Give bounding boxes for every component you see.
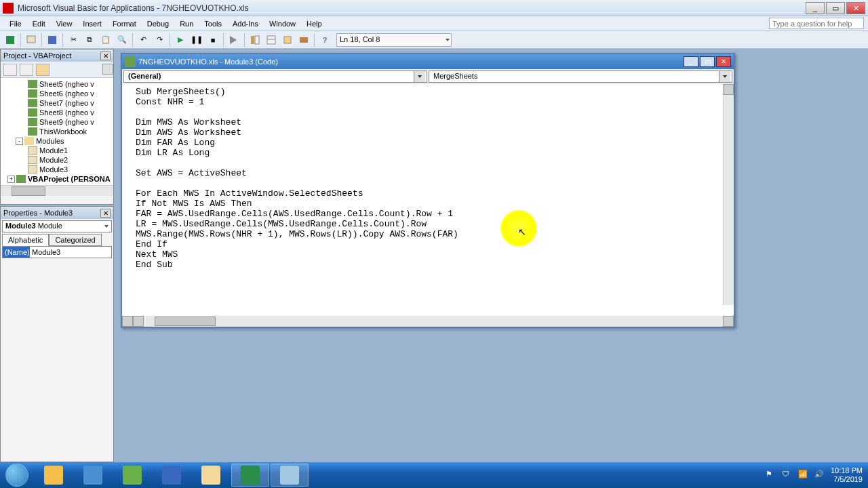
minimize-button[interactable]: _ xyxy=(806,2,825,14)
menu-help[interactable]: Help xyxy=(301,18,328,29)
insert-module-icon[interactable] xyxy=(24,33,39,47)
project-panel-title: Project - VBAProject ✕ xyxy=(1,49,113,62)
shield-icon[interactable]: 🛡 xyxy=(782,470,793,481)
start-button[interactable] xyxy=(0,462,34,488)
project-toolbar xyxy=(1,62,113,78)
system-tray[interactable]: ⚑ 🛡 📶 🔊 10:18 PM 7/5/2019 xyxy=(760,466,868,484)
taskbar-app-notepad[interactable] xyxy=(271,464,309,487)
code-minimize-button[interactable]: _ xyxy=(684,56,698,67)
flag-icon[interactable]: ⚑ xyxy=(766,470,776,481)
close-button[interactable]: ✕ xyxy=(846,2,865,14)
paste-icon[interactable]: 📋 xyxy=(98,33,113,47)
copy-icon[interactable]: ⧉ xyxy=(82,33,97,47)
break-icon[interactable]: ❚❚ xyxy=(189,33,204,47)
taskbar-app-chrome[interactable] xyxy=(35,464,73,487)
props-object-combo[interactable]: Module3 Module xyxy=(2,220,112,232)
toggle-folders-icon[interactable] xyxy=(36,64,50,76)
menu-file[interactable]: File xyxy=(4,18,27,29)
tab-categorized[interactable]: Categorized xyxy=(49,234,101,246)
help-icon[interactable]: ? xyxy=(317,33,332,47)
undo-icon[interactable]: ↶ xyxy=(136,33,151,47)
redo-icon[interactable]: ↷ xyxy=(152,33,167,47)
view-code-icon[interactable] xyxy=(3,64,17,76)
code-maximize-button[interactable]: ▭ xyxy=(700,56,715,67)
svg-rect-5 xyxy=(255,36,259,44)
properties-icon[interactable] xyxy=(264,33,279,47)
code-window-title: 7NGHEOVUOTKHO.xls - Module3 (Code) xyxy=(138,58,278,66)
scroll-up-icon[interactable] xyxy=(724,84,734,95)
find-icon[interactable]: 🔍 xyxy=(115,33,130,47)
tree-item[interactable]: Module1 xyxy=(2,146,112,155)
design-mode-icon[interactable] xyxy=(226,33,241,47)
run-icon[interactable]: ▶ xyxy=(173,33,188,47)
taskbar-app-excel[interactable] xyxy=(231,464,269,487)
app-title: Microsoft Visual Basic for Applications … xyxy=(18,3,806,13)
code-editor[interactable]: Sub MergeSheets() Const NHR = 1 Dim MWS … xyxy=(122,84,734,316)
help-search[interactable] xyxy=(769,18,864,29)
menu-view[interactable]: View xyxy=(51,18,78,29)
volume-icon[interactable]: 🔊 xyxy=(814,470,825,481)
tree-item[interactable]: Sheet8 (ngheo v xyxy=(2,108,112,117)
tree-item[interactable]: +VBAProject (PERSONA xyxy=(2,174,112,184)
object-combo[interactable]: (General) xyxy=(123,70,427,83)
full-module-view-icon[interactable] xyxy=(133,316,144,327)
svg-marker-3 xyxy=(230,36,237,44)
cut-icon[interactable]: ✂ xyxy=(66,33,81,47)
tab-alphabetic[interactable]: Alphabetic xyxy=(2,234,49,246)
project-explorer: Project - VBAProject ✕ Sheet5 (ngheo vSh… xyxy=(0,49,114,205)
scroll-right-icon[interactable] xyxy=(723,316,734,327)
save-icon[interactable] xyxy=(45,33,60,47)
menu-format[interactable]: Format xyxy=(107,18,142,29)
titlebar: Microsoft Visual Basic for Applications … xyxy=(0,0,868,16)
view-excel-icon[interactable] xyxy=(3,33,18,47)
scroll-up-icon[interactable] xyxy=(102,64,113,75)
code-text[interactable]: Sub MergeSheets() Const NHR = 1 Dim MWS … xyxy=(122,84,734,272)
props-close-button[interactable]: ✕ xyxy=(100,209,111,218)
code-hscrollbar[interactable] xyxy=(144,316,723,327)
view-object-icon[interactable] xyxy=(20,64,33,76)
tree-item[interactable]: Sheet9 (ngheo v xyxy=(2,117,112,127)
menu-edit[interactable]: Edit xyxy=(27,18,51,29)
tree-scrollbar[interactable] xyxy=(1,185,113,196)
project-explorer-icon[interactable] xyxy=(248,33,262,47)
svg-rect-0 xyxy=(6,36,14,44)
taskbar-app-explorer[interactable] xyxy=(192,464,230,487)
menu-tools[interactable]: Tools xyxy=(199,18,227,29)
network-icon[interactable]: 📶 xyxy=(798,470,809,481)
tree-item[interactable]: Module3 xyxy=(2,165,112,174)
code-vscrollbar[interactable] xyxy=(723,84,734,305)
menu-debug[interactable]: Debug xyxy=(142,18,174,29)
object-browser-icon[interactable] xyxy=(280,33,295,47)
clock[interactable]: 10:18 PM 7/5/2019 xyxy=(831,466,863,484)
reset-icon[interactable]: ■ xyxy=(205,33,220,47)
taskbar-app-word[interactable] xyxy=(153,464,191,487)
toolbox-icon[interactable] xyxy=(296,33,311,47)
project-close-button[interactable]: ✕ xyxy=(100,52,111,60)
menu-run[interactable]: Run xyxy=(174,18,199,29)
tree-item[interactable]: Sheet5 (ngheo v xyxy=(2,79,112,89)
procedure-view-icon[interactable] xyxy=(122,316,133,327)
project-tree[interactable]: Sheet5 (ngheo vSheet6 (ngheo vSheet7 (ng… xyxy=(1,78,113,185)
module-icon xyxy=(125,56,136,67)
toolbar: ✂ ⧉ 📋 🔍 ↶ ↷ ▶ ❚❚ ■ ? Ln 18, Col 8 xyxy=(0,31,868,49)
menu-window[interactable]: Window xyxy=(264,18,301,29)
svg-rect-8 xyxy=(284,37,291,43)
menu-insert[interactable]: Insert xyxy=(77,18,107,29)
procedure-combo[interactable]: MergeSheets xyxy=(429,70,732,83)
prop-value-cell[interactable]: Module3 xyxy=(30,247,111,258)
props-grid[interactable]: (Name) Module3 xyxy=(2,246,112,258)
tree-item[interactable]: Module2 xyxy=(2,155,112,165)
tree-item[interactable]: Sheet6 (ngheo v xyxy=(2,89,112,98)
prop-name-cell: (Name) xyxy=(3,247,30,258)
taskbar-app-unikey[interactable] xyxy=(113,464,151,487)
tree-item[interactable]: ThisWorkbook xyxy=(2,127,112,136)
position-indicator[interactable]: Ln 18, Col 8 xyxy=(336,33,452,47)
taskbar-app-globe[interactable] xyxy=(74,464,112,487)
maximize-button[interactable]: ▭ xyxy=(826,2,845,14)
tree-item[interactable]: Sheet7 (ngheo v xyxy=(2,98,112,108)
tree-item[interactable]: -Modules xyxy=(2,136,112,146)
menu-addins[interactable]: Add-Ins xyxy=(227,18,264,29)
code-window-titlebar[interactable]: 7NGHEOVUOTKHO.xls - Module3 (Code) _ ▭ ✕ xyxy=(122,54,734,69)
code-close-button[interactable]: ✕ xyxy=(716,56,731,67)
props-panel-title: Properties - Module3 ✕ xyxy=(1,207,113,219)
